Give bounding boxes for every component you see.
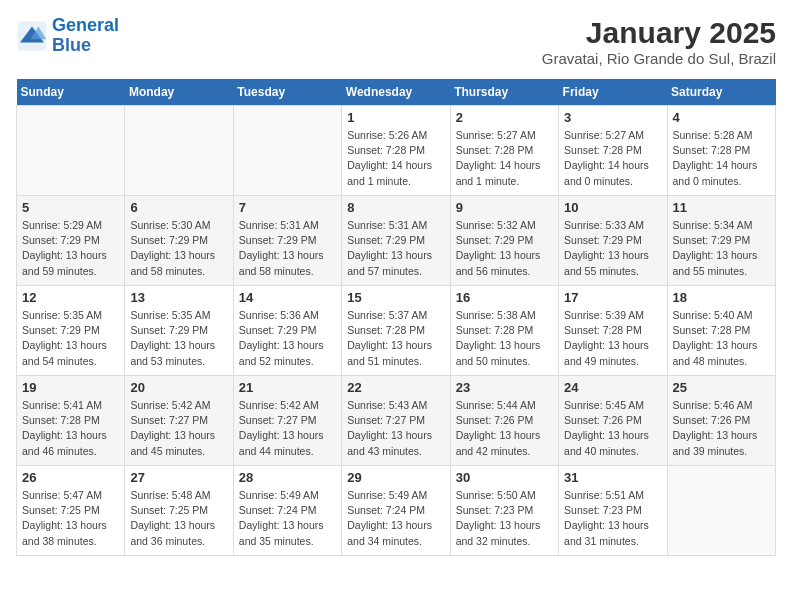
day-number: 19	[22, 380, 119, 395]
day-info: Sunrise: 5:33 AMSunset: 7:29 PMDaylight:…	[564, 218, 661, 279]
calendar-cell: 9Sunrise: 5:32 AMSunset: 7:29 PMDaylight…	[450, 196, 558, 286]
day-number: 16	[456, 290, 553, 305]
day-number: 31	[564, 470, 661, 485]
logo-text: General Blue	[52, 16, 119, 56]
calendar-header-row: SundayMondayTuesdayWednesdayThursdayFrid…	[17, 79, 776, 106]
logo: General Blue	[16, 16, 119, 56]
calendar-title: January 2025	[542, 16, 776, 50]
calendar-cell: 27Sunrise: 5:48 AMSunset: 7:25 PMDayligh…	[125, 466, 233, 556]
day-info: Sunrise: 5:35 AMSunset: 7:29 PMDaylight:…	[130, 308, 227, 369]
day-number: 18	[673, 290, 770, 305]
day-number: 4	[673, 110, 770, 125]
day-number: 24	[564, 380, 661, 395]
day-number: 6	[130, 200, 227, 215]
day-number: 15	[347, 290, 444, 305]
calendar-week-row: 1Sunrise: 5:26 AMSunset: 7:28 PMDaylight…	[17, 106, 776, 196]
calendar-cell: 19Sunrise: 5:41 AMSunset: 7:28 PMDayligh…	[17, 376, 125, 466]
calendar-cell	[233, 106, 341, 196]
calendar-cell: 2Sunrise: 5:27 AMSunset: 7:28 PMDaylight…	[450, 106, 558, 196]
day-info: Sunrise: 5:45 AMSunset: 7:26 PMDaylight:…	[564, 398, 661, 459]
day-info: Sunrise: 5:29 AMSunset: 7:29 PMDaylight:…	[22, 218, 119, 279]
day-number: 9	[456, 200, 553, 215]
day-info: Sunrise: 5:40 AMSunset: 7:28 PMDaylight:…	[673, 308, 770, 369]
calendar-week-row: 5Sunrise: 5:29 AMSunset: 7:29 PMDaylight…	[17, 196, 776, 286]
day-info: Sunrise: 5:31 AMSunset: 7:29 PMDaylight:…	[239, 218, 336, 279]
day-info: Sunrise: 5:51 AMSunset: 7:23 PMDaylight:…	[564, 488, 661, 549]
calendar-cell: 5Sunrise: 5:29 AMSunset: 7:29 PMDaylight…	[17, 196, 125, 286]
calendar-cell: 13Sunrise: 5:35 AMSunset: 7:29 PMDayligh…	[125, 286, 233, 376]
day-info: Sunrise: 5:43 AMSunset: 7:27 PMDaylight:…	[347, 398, 444, 459]
calendar-cell: 22Sunrise: 5:43 AMSunset: 7:27 PMDayligh…	[342, 376, 450, 466]
calendar-cell	[667, 466, 775, 556]
day-number: 23	[456, 380, 553, 395]
calendar-cell: 15Sunrise: 5:37 AMSunset: 7:28 PMDayligh…	[342, 286, 450, 376]
calendar-cell: 20Sunrise: 5:42 AMSunset: 7:27 PMDayligh…	[125, 376, 233, 466]
day-info: Sunrise: 5:44 AMSunset: 7:26 PMDaylight:…	[456, 398, 553, 459]
day-number: 11	[673, 200, 770, 215]
day-number: 14	[239, 290, 336, 305]
day-number: 17	[564, 290, 661, 305]
calendar-cell: 29Sunrise: 5:49 AMSunset: 7:24 PMDayligh…	[342, 466, 450, 556]
column-header-thursday: Thursday	[450, 79, 558, 106]
day-info: Sunrise: 5:31 AMSunset: 7:29 PMDaylight:…	[347, 218, 444, 279]
calendar-cell: 12Sunrise: 5:35 AMSunset: 7:29 PMDayligh…	[17, 286, 125, 376]
calendar-cell: 18Sunrise: 5:40 AMSunset: 7:28 PMDayligh…	[667, 286, 775, 376]
day-info: Sunrise: 5:38 AMSunset: 7:28 PMDaylight:…	[456, 308, 553, 369]
day-number: 3	[564, 110, 661, 125]
day-info: Sunrise: 5:41 AMSunset: 7:28 PMDaylight:…	[22, 398, 119, 459]
day-number: 2	[456, 110, 553, 125]
day-info: Sunrise: 5:37 AMSunset: 7:28 PMDaylight:…	[347, 308, 444, 369]
day-info: Sunrise: 5:30 AMSunset: 7:29 PMDaylight:…	[130, 218, 227, 279]
calendar-cell: 30Sunrise: 5:50 AMSunset: 7:23 PMDayligh…	[450, 466, 558, 556]
day-number: 28	[239, 470, 336, 485]
calendar-cell: 7Sunrise: 5:31 AMSunset: 7:29 PMDaylight…	[233, 196, 341, 286]
page-header: General Blue January 2025 Gravatai, Rio …	[16, 16, 776, 67]
day-info: Sunrise: 5:49 AMSunset: 7:24 PMDaylight:…	[239, 488, 336, 549]
day-info: Sunrise: 5:35 AMSunset: 7:29 PMDaylight:…	[22, 308, 119, 369]
calendar-location: Gravatai, Rio Grande do Sul, Brazil	[542, 50, 776, 67]
logo-blue: Blue	[52, 35, 91, 55]
day-number: 26	[22, 470, 119, 485]
day-info: Sunrise: 5:49 AMSunset: 7:24 PMDaylight:…	[347, 488, 444, 549]
day-info: Sunrise: 5:26 AMSunset: 7:28 PMDaylight:…	[347, 128, 444, 189]
column-header-friday: Friday	[559, 79, 667, 106]
day-number: 29	[347, 470, 444, 485]
column-header-sunday: Sunday	[17, 79, 125, 106]
calendar-cell: 26Sunrise: 5:47 AMSunset: 7:25 PMDayligh…	[17, 466, 125, 556]
title-block: January 2025 Gravatai, Rio Grande do Sul…	[542, 16, 776, 67]
calendar-cell: 16Sunrise: 5:38 AMSunset: 7:28 PMDayligh…	[450, 286, 558, 376]
day-number: 13	[130, 290, 227, 305]
calendar-cell: 4Sunrise: 5:28 AMSunset: 7:28 PMDaylight…	[667, 106, 775, 196]
day-info: Sunrise: 5:48 AMSunset: 7:25 PMDaylight:…	[130, 488, 227, 549]
calendar-cell: 14Sunrise: 5:36 AMSunset: 7:29 PMDayligh…	[233, 286, 341, 376]
column-header-monday: Monday	[125, 79, 233, 106]
calendar-cell: 25Sunrise: 5:46 AMSunset: 7:26 PMDayligh…	[667, 376, 775, 466]
day-info: Sunrise: 5:32 AMSunset: 7:29 PMDaylight:…	[456, 218, 553, 279]
day-info: Sunrise: 5:27 AMSunset: 7:28 PMDaylight:…	[564, 128, 661, 189]
column-header-wednesday: Wednesday	[342, 79, 450, 106]
day-info: Sunrise: 5:34 AMSunset: 7:29 PMDaylight:…	[673, 218, 770, 279]
logo-general: General	[52, 15, 119, 35]
calendar-cell: 3Sunrise: 5:27 AMSunset: 7:28 PMDaylight…	[559, 106, 667, 196]
calendar-cell: 6Sunrise: 5:30 AMSunset: 7:29 PMDaylight…	[125, 196, 233, 286]
calendar-cell: 11Sunrise: 5:34 AMSunset: 7:29 PMDayligh…	[667, 196, 775, 286]
day-info: Sunrise: 5:46 AMSunset: 7:26 PMDaylight:…	[673, 398, 770, 459]
day-info: Sunrise: 5:50 AMSunset: 7:23 PMDaylight:…	[456, 488, 553, 549]
calendar-cell: 23Sunrise: 5:44 AMSunset: 7:26 PMDayligh…	[450, 376, 558, 466]
day-number: 22	[347, 380, 444, 395]
calendar-week-row: 26Sunrise: 5:47 AMSunset: 7:25 PMDayligh…	[17, 466, 776, 556]
calendar-cell: 8Sunrise: 5:31 AMSunset: 7:29 PMDaylight…	[342, 196, 450, 286]
calendar-cell: 17Sunrise: 5:39 AMSunset: 7:28 PMDayligh…	[559, 286, 667, 376]
calendar-week-row: 12Sunrise: 5:35 AMSunset: 7:29 PMDayligh…	[17, 286, 776, 376]
column-header-tuesday: Tuesday	[233, 79, 341, 106]
day-info: Sunrise: 5:36 AMSunset: 7:29 PMDaylight:…	[239, 308, 336, 369]
calendar-cell: 1Sunrise: 5:26 AMSunset: 7:28 PMDaylight…	[342, 106, 450, 196]
day-info: Sunrise: 5:47 AMSunset: 7:25 PMDaylight:…	[22, 488, 119, 549]
logo-icon	[16, 20, 48, 52]
day-info: Sunrise: 5:27 AMSunset: 7:28 PMDaylight:…	[456, 128, 553, 189]
day-number: 27	[130, 470, 227, 485]
day-number: 8	[347, 200, 444, 215]
calendar-cell	[17, 106, 125, 196]
day-number: 7	[239, 200, 336, 215]
calendar-cell	[125, 106, 233, 196]
